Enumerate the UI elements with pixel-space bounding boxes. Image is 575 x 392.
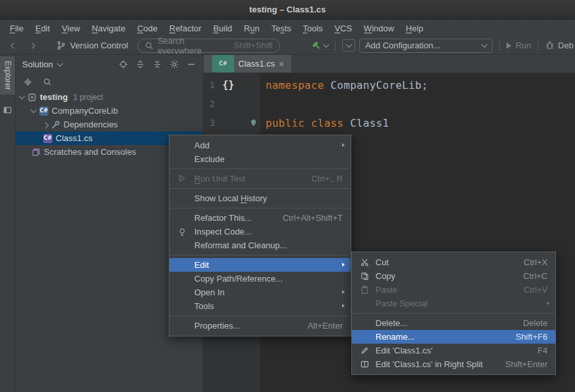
code-line-2: 2 bbox=[203, 95, 575, 114]
run-configuration-select[interactable]: Add Configuration... bbox=[359, 39, 493, 53]
menu-item-copy-path-reference[interactable]: Copy Path/Reference... bbox=[169, 272, 351, 286]
menu-tests[interactable]: Tests bbox=[266, 22, 297, 35]
menu-item-shortcut: F4 bbox=[522, 346, 548, 355]
menu-edit[interactable]: Edit bbox=[29, 22, 56, 35]
tree-item-dependencies[interactable]: Dependencies bbox=[16, 118, 203, 131]
menu-item-label: Cut bbox=[375, 257, 389, 267]
menu-item-copy[interactable]: Copy Ctrl+C bbox=[352, 269, 555, 283]
collapse-all-button[interactable] bbox=[152, 59, 162, 69]
solution-view-select[interactable]: Solution bbox=[22, 59, 53, 69]
menu-item-delete[interactable]: Delete... Delete bbox=[352, 316, 555, 330]
menu-tools[interactable]: Tools bbox=[297, 22, 328, 35]
menu-item-edit-class1[interactable]: Edit 'Class1.cs' F4 bbox=[352, 344, 555, 357]
menu-item-label: Add bbox=[194, 140, 209, 150]
find-in-tree-button[interactable] bbox=[43, 77, 52, 87]
scroll-to-source-button[interactable] bbox=[23, 77, 33, 87]
forward-button[interactable] bbox=[27, 41, 38, 51]
build-solution-button[interactable] bbox=[311, 41, 328, 51]
menu-item-edit-class1-right-split[interactable]: Edit 'Class1.cs' in Right Split Shift+En… bbox=[352, 357, 555, 371]
menu-item-inspect-code[interactable]: Inspect Code... bbox=[169, 225, 351, 238]
version-control-button[interactable]: Version Control bbox=[56, 41, 128, 50]
solution-icon bbox=[27, 93, 37, 102]
panel-icon bbox=[3, 105, 12, 115]
menu-view[interactable]: View bbox=[56, 22, 86, 35]
menu-refactor[interactable]: Refactor bbox=[164, 22, 207, 35]
menu-file[interactable]: File bbox=[4, 22, 29, 35]
tool-window-stripe: Explorer bbox=[0, 55, 16, 392]
csharp-project-icon: C# bbox=[39, 106, 48, 116]
solution-panel-toolbar bbox=[16, 73, 203, 90]
menu-separator bbox=[353, 313, 555, 314]
menu-build[interactable]: Build bbox=[207, 22, 238, 35]
menu-item-properties[interactable]: Properties... Alt+Enter bbox=[169, 319, 351, 333]
menu-item-label: Exclude bbox=[194, 154, 224, 164]
locate-file-button[interactable] bbox=[118, 59, 128, 69]
menu-help[interactable]: Help bbox=[400, 22, 429, 35]
chevron-down-icon[interactable] bbox=[57, 60, 63, 67]
identifier-token: Class1 bbox=[343, 117, 389, 129]
menu-code[interactable]: Code bbox=[131, 22, 164, 35]
explorer-tool-button[interactable]: Explorer bbox=[0, 56, 15, 95]
code-line-3: 3 public class Class1 bbox=[203, 114, 575, 133]
braces-inlay: {} bbox=[222, 76, 234, 95]
titlebar[interactable]: testing – Class1.cs bbox=[0, 0, 575, 20]
menu-separator bbox=[170, 188, 350, 189]
menu-item-open-in[interactable]: Open In bbox=[169, 286, 351, 299]
toolbar-separator bbox=[538, 41, 538, 51]
menu-item-rename[interactable]: Rename... Shift+F6 bbox=[352, 330, 555, 344]
run-configuration-label: Add Configuration... bbox=[365, 41, 440, 50]
menu-item-label: Paste Special bbox=[375, 299, 428, 308]
debug-button[interactable]: Deb bbox=[545, 41, 575, 50]
chevron-down-icon bbox=[481, 41, 488, 48]
split-right-icon bbox=[359, 359, 370, 369]
explorer-tool-label: Explorer bbox=[3, 61, 12, 90]
menu-item-exclude[interactable]: Exclude bbox=[169, 152, 351, 166]
expand-all-button[interactable] bbox=[135, 59, 145, 69]
menu-item-add[interactable]: Add bbox=[169, 139, 351, 152]
menu-item-show-local-history[interactable]: Show Local History bbox=[169, 191, 351, 205]
menu-item-shortcut: Delete bbox=[507, 318, 548, 328]
search-everywhere-button[interactable]: Search everywhere Shift+Shift bbox=[137, 39, 280, 53]
settings-button[interactable] bbox=[169, 59, 179, 69]
menu-item-edit[interactable]: Edit bbox=[169, 258, 351, 272]
panel-header-actions bbox=[118, 59, 196, 69]
tree-item-label: CompanyCoreLib bbox=[52, 106, 118, 116]
keyword-token: public class bbox=[266, 117, 343, 129]
menu-window[interactable]: Window bbox=[358, 22, 400, 35]
menu-separator bbox=[170, 169, 350, 169]
menu-navigate[interactable]: Navigate bbox=[86, 22, 131, 35]
menu-vcs[interactable]: VCS bbox=[328, 22, 358, 35]
scissors-icon bbox=[359, 257, 370, 267]
identifier-token: CompanyCoreLib; bbox=[324, 79, 428, 91]
menu-item-label: Edit 'Class1.cs' bbox=[375, 346, 432, 355]
close-icon[interactable]: × bbox=[279, 59, 284, 69]
editor-tab-class1[interactable]: C# Class1.cs × bbox=[204, 55, 291, 73]
chevron-right-icon[interactable] bbox=[43, 122, 49, 129]
copy-icon bbox=[359, 270, 370, 281]
hide-panel-button[interactable] bbox=[186, 59, 196, 69]
code-text: namespace CompanyCoreLib; bbox=[266, 76, 428, 95]
build-options-chevron-icon[interactable] bbox=[323, 41, 330, 48]
chevron-down-icon[interactable] bbox=[19, 93, 26, 99]
menu-item-cut[interactable]: Cut Ctrl+X bbox=[352, 255, 555, 269]
back-button[interactable] bbox=[8, 41, 18, 51]
menu-run[interactable]: Run bbox=[238, 22, 266, 35]
submenu-arrow-icon bbox=[342, 263, 345, 267]
csharp-file-icon: C# bbox=[43, 134, 52, 143]
submenu-arrow-icon bbox=[342, 304, 345, 308]
line-number: 1 bbox=[209, 76, 215, 95]
debug-button-label: Deb bbox=[558, 41, 574, 50]
menu-item-refactor-this[interactable]: Refactor This... Ctrl+Alt+Shift+T bbox=[169, 211, 351, 225]
commit-tool-button[interactable] bbox=[0, 105, 15, 115]
tree-item-companycorelib[interactable]: C# CompanyCoreLib bbox=[16, 104, 203, 118]
tree-item-testing[interactable]: testing 1 project bbox=[16, 90, 203, 104]
menu-separator bbox=[170, 316, 350, 316]
chevron-down-icon[interactable] bbox=[31, 106, 37, 113]
run-config-chevron-button[interactable] bbox=[342, 39, 355, 52]
menu-item-shortcut: Ctrl+;, R bbox=[296, 174, 343, 184]
menu-item-tools[interactable]: Tools bbox=[169, 299, 351, 313]
menu-item-reformat-and-cleanup[interactable]: Reformat and Cleanup... bbox=[169, 238, 351, 252]
run-button[interactable]: Run bbox=[506, 41, 531, 50]
class-gutter-icon[interactable] bbox=[250, 119, 257, 127]
pencil-icon bbox=[359, 345, 370, 355]
